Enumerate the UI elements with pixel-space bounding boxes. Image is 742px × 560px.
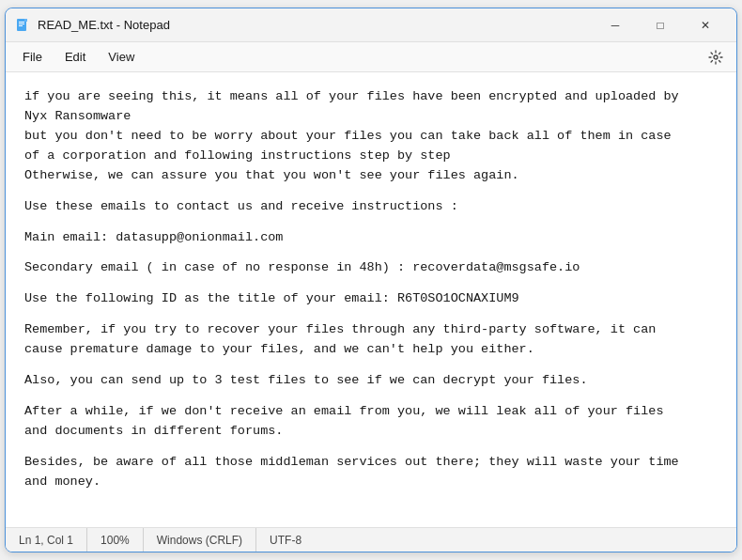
title-bar: READ_ME.txt - Notepad ─ □ ✕ [6, 8, 736, 42]
menu-edit[interactable]: Edit [55, 46, 95, 68]
text-block-4: Secondary email ( in case of no response… [24, 258, 718, 278]
text-block-7: Also, you can send up to 3 test files to… [24, 371, 718, 391]
cursor-position: Ln 1, Col 1 [6, 528, 87, 552]
svg-rect-2 [19, 23, 24, 24]
text-block-6: Remember, if you try to recover your fil… [24, 320, 718, 360]
menu-view[interactable]: View [99, 46, 144, 68]
text-block-8: After a while, if we don't receive an em… [24, 402, 718, 442]
zoom-level: 100% [87, 528, 144, 552]
menu-bar: File Edit View [6, 42, 736, 72]
settings-icon[interactable] [703, 44, 729, 70]
text-block-5: Use the following ID as the title of you… [24, 289, 718, 309]
notepad-window: READ_ME.txt - Notepad ─ □ ✕ File Edit Vi… [5, 8, 737, 552]
window-title: READ_ME.txt - Notepad [38, 18, 594, 32]
status-bar: Ln 1, Col 1 100% Windows (CRLF) UTF-8 [6, 527, 736, 552]
app-icon [15, 18, 30, 33]
text-block-2: Use these emails to contact us and recei… [24, 197, 718, 217]
content-wrapper: if you are seeing this, it means all of … [6, 72, 736, 527]
close-button[interactable]: ✕ [684, 11, 727, 39]
window-controls: ─ □ ✕ [594, 11, 727, 39]
text-editor[interactable]: if you are seeing this, it means all of … [6, 72, 736, 527]
svg-rect-3 [19, 25, 23, 26]
menu-file[interactable]: File [13, 46, 52, 68]
svg-rect-1 [19, 22, 24, 23]
svg-point-5 [714, 55, 718, 59]
encoding: UTF-8 [256, 528, 315, 552]
line-ending: Windows (CRLF) [144, 528, 256, 552]
minimize-button[interactable]: ─ [594, 11, 637, 39]
text-block-3: Main email: datasupp@onionmail.com [24, 228, 718, 248]
text-block-1: if you are seeing this, it means all of … [24, 87, 718, 186]
maximize-button[interactable]: □ [639, 11, 682, 39]
text-block-9: Besides, be aware of all those middleman… [24, 453, 718, 492]
svg-rect-4 [24, 19, 27, 22]
